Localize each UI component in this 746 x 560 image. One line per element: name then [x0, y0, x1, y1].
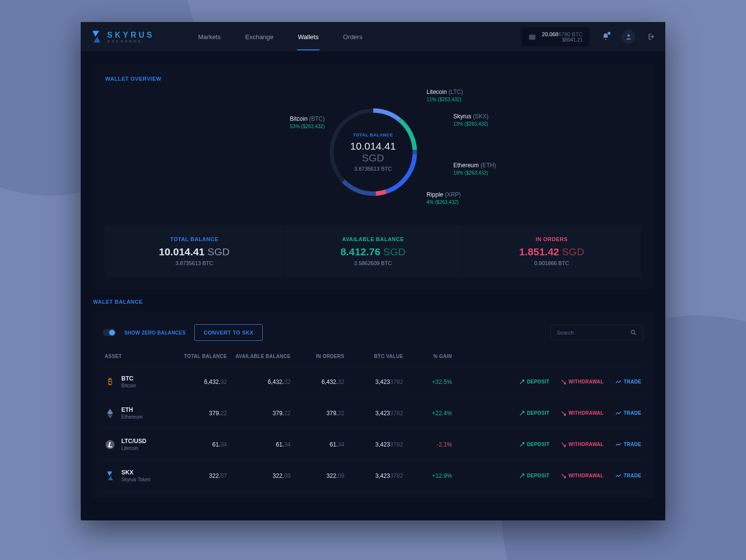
row-actions: DEPOSITWITHDRAWALTRADE [452, 473, 641, 478]
litecoin-icon [105, 439, 115, 450]
svg-rect-2 [529, 38, 535, 39]
overview-chart-area: TOTAL BALANCE 10.014.41 SGD 3.8735613 BT… [105, 89, 641, 221]
col-total: TOTAL BALANCE [173, 354, 227, 359]
svg-point-10 [631, 330, 634, 334]
row-actions: DEPOSITWITHDRAWALTRADE [452, 410, 641, 416]
header-balance-usd: $8041.21 [542, 37, 583, 43]
zero-balances-label: SHOW ZERO BALANCES [124, 330, 185, 336]
trade-button[interactable]: TRADE [615, 379, 641, 384]
search-icon [630, 329, 637, 336]
ethereum-icon [105, 408, 115, 419]
stat-value: 1.851.42 SGD [468, 246, 636, 258]
asset-symbol: LTC/USD [121, 438, 146, 445]
withdrawal-button[interactable]: WITHDRAWAL [561, 473, 604, 478]
search-box[interactable] [550, 325, 643, 340]
nav-item-markets[interactable]: Markets [188, 23, 230, 50]
content: WALLET OVERVIEW [81, 51, 665, 520]
skyrus-icon [105, 470, 115, 481]
donut-center-label: TOTAL BALANCE [339, 133, 407, 137]
search-input[interactable] [557, 330, 630, 336]
svg-rect-1 [529, 37, 535, 38]
nav-item-orders[interactable]: Orders [333, 23, 372, 50]
cell-gain: +12.9% [403, 472, 452, 479]
cell-available: 6,432.32 [227, 379, 291, 385]
table-header: ASSET TOTAL BALANCE AVAILABLE BALANCE IN… [103, 347, 643, 366]
cell-total: 379.22 [173, 410, 227, 417]
trade-button[interactable]: TRADE [615, 410, 641, 416]
asset-symbol: ETH [121, 406, 142, 413]
cell-btc-value: 3,4233782 [344, 379, 403, 385]
cell-in-orders: 322.09 [291, 472, 344, 479]
col-available: AVAILABLE BALANCE [227, 354, 291, 359]
col-orders: IN ORDERS [291, 354, 344, 359]
svg-rect-0 [529, 35, 535, 36]
asset-cell: ₿BTCBitcoin [105, 375, 173, 388]
wallet-overview-panel: WALLET OVERVIEW [93, 64, 653, 289]
stat-card: TOTAL BALANCE10.014.41 SGD3.8735613 BTC [105, 225, 284, 277]
stat-value: 10.014.41 SGD [110, 246, 278, 258]
callout-bitcoin: Bitcoin (BTC) 53% ($263,432) [290, 115, 325, 129]
table-row: ₿BTCBitcoin6,432.326,432.326,432.323,423… [103, 366, 643, 398]
logo-sub: EXCHANGE [108, 40, 155, 43]
asset-symbol: SKX [121, 469, 151, 476]
cell-in-orders: 379.22 [291, 410, 344, 417]
table-row: SKXSkyrus Token322.57322.09322.093,42337… [103, 460, 643, 492]
withdrawal-button[interactable]: WITHDRAWAL [561, 410, 604, 416]
balance-toolbar: SHOW ZERO BALANCES CONVERT TO SKX [103, 318, 643, 347]
cell-btc-value: 3,4233782 [344, 472, 403, 479]
cell-gain: +22.4% [403, 410, 452, 417]
col-gain: % GAIN [403, 354, 452, 359]
user-avatar-icon[interactable] [622, 30, 635, 44]
asset-cell: LTC/USDLitecoin [105, 438, 173, 451]
deposit-button[interactable]: DEPOSIT [520, 473, 549, 478]
deposit-button[interactable]: DEPOSIT [520, 379, 549, 384]
deposit-button[interactable]: DEPOSIT [520, 410, 549, 416]
header-balance-pill[interactable]: 20.0686780 BTC $8041.21 [521, 27, 589, 46]
header-balance-minor: 6780 BTC [558, 31, 583, 37]
donut-center-sub: 3.8735613 BTC [339, 166, 407, 172]
callout-litecoin: Litecoin (LTC) 11% ($263,432) [427, 89, 463, 102]
cell-total: 61.34 [173, 441, 227, 448]
logo[interactable]: SKYRUS EXCHANGE [90, 30, 188, 44]
withdrawal-button[interactable]: WITHDRAWAL [561, 442, 604, 447]
col-asset: ASSET [105, 354, 173, 359]
row-actions: DEPOSITWITHDRAWALTRADE [452, 442, 641, 447]
header: SKYRUS EXCHANGE MarketsExchangeWalletsOr… [81, 22, 665, 51]
stat-sub: 3.8735613 BTC [110, 260, 278, 266]
callout-skyrus: Skyrus (SKX) 13% ($263,432) [453, 113, 489, 127]
asset-cell: ETHEthereum [105, 406, 173, 420]
asset-name: Ethereum [121, 414, 142, 420]
col-btc-value: BTC VALUE [344, 354, 403, 359]
cell-total: 322.57 [173, 472, 227, 479]
zero-balances-toggle[interactable] [103, 329, 115, 336]
asset-cell: SKXSkyrus Token [105, 469, 173, 482]
trade-button[interactable]: TRADE [615, 442, 641, 447]
callout-ethereum: Ethereum (ETH) 19% ($263,432) [453, 162, 496, 176]
withdrawal-button[interactable]: WITHDRAWAL [561, 379, 604, 384]
table-row: LTC/USDLitecoin61.3461.3461.343,4233782-… [103, 429, 643, 460]
logo-text: SKYRUS [107, 31, 155, 40]
bitcoin-icon: ₿ [105, 377, 115, 387]
stat-label: TOTAL BALANCE [110, 236, 278, 242]
logo-mark-icon [90, 30, 102, 44]
nav-item-exchange[interactable]: Exchange [235, 23, 283, 50]
convert-button[interactable]: CONVERT TO SKX [194, 324, 263, 341]
row-actions: DEPOSITWITHDRAWALTRADE [452, 379, 641, 384]
donut-center-value: 10.014.41 [350, 140, 396, 152]
cell-btc-value: 3,4233782 [344, 441, 403, 448]
nav-item-wallets[interactable]: Wallets [288, 23, 328, 50]
notifications-icon[interactable] [602, 33, 610, 41]
cell-in-orders: 61.34 [291, 441, 344, 448]
logout-icon[interactable] [648, 33, 656, 41]
deposit-button[interactable]: DEPOSIT [520, 442, 549, 447]
table-body: ₿BTCBitcoin6,432.326,432.326,432.323,423… [103, 366, 643, 492]
balance-title: WALET BALANCE [93, 299, 653, 305]
stats-row: TOTAL BALANCE10.014.41 SGD3.8735613 BTCA… [105, 225, 641, 277]
trade-button[interactable]: TRADE [615, 473, 641, 478]
stat-label: AVAILABLE BALANCE [289, 236, 457, 242]
stat-sub: 2.5862609 BTC [289, 260, 457, 266]
cell-total: 6,432.32 [173, 379, 227, 385]
stat-value: 8.412.76 SGD [289, 246, 457, 258]
asset-name: Bitcoin [121, 383, 136, 388]
donut-center-currency: SGD [362, 152, 384, 163]
